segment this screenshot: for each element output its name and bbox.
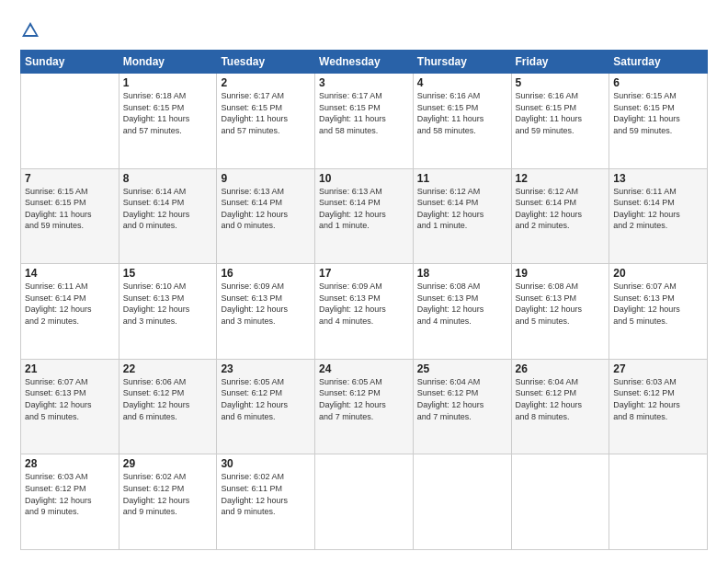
calendar-cell: 26Sunrise: 6:04 AMSunset: 6:12 PMDayligh… — [511, 359, 609, 454]
day-number: 23 — [221, 362, 311, 375]
day-number: 28 — [25, 457, 115, 470]
day-info: Sunrise: 6:08 AMSunset: 6:13 PMDaylight:… — [417, 281, 507, 327]
day-number: 25 — [417, 362, 507, 375]
calendar-cell: 21Sunrise: 6:07 AMSunset: 6:13 PMDayligh… — [21, 359, 119, 454]
calendar-cell: 17Sunrise: 6:09 AMSunset: 6:13 PMDayligh… — [315, 264, 414, 360]
day-number: 9 — [221, 172, 311, 185]
day-info: Sunrise: 6:07 AMSunset: 6:13 PMDaylight:… — [613, 281, 703, 327]
day-number: 29 — [123, 457, 213, 470]
day-number: 27 — [613, 362, 703, 375]
day-number: 5 — [516, 76, 606, 89]
day-number: 8 — [123, 172, 213, 185]
calendar-cell — [21, 74, 119, 169]
page: SundayMondayTuesdayWednesdayThursdayFrid… — [0, 0, 728, 563]
day-info: Sunrise: 6:13 AMSunset: 6:14 PMDaylight:… — [221, 186, 311, 232]
day-number: 11 — [417, 172, 507, 185]
calendar-cell: 18Sunrise: 6:08 AMSunset: 6:13 PMDayligh… — [413, 264, 511, 360]
day-info: Sunrise: 6:04 AMSunset: 6:12 PMDaylight:… — [516, 376, 606, 422]
day-number: 12 — [516, 172, 606, 185]
calendar-cell — [511, 454, 609, 550]
day-info: Sunrise: 6:02 AMSunset: 6:11 PMDaylight:… — [221, 471, 311, 517]
calendar-cell: 4Sunrise: 6:16 AMSunset: 6:15 PMDaylight… — [413, 74, 511, 169]
calendar-cell: 3Sunrise: 6:17 AMSunset: 6:15 PMDaylight… — [315, 74, 414, 169]
calendar-week-4: 28Sunrise: 6:03 AMSunset: 6:12 PMDayligh… — [21, 454, 708, 550]
day-info: Sunrise: 6:05 AMSunset: 6:12 PMDaylight:… — [221, 376, 311, 422]
calendar-cell: 25Sunrise: 6:04 AMSunset: 6:12 PMDayligh… — [413, 359, 511, 454]
day-number: 22 — [123, 362, 213, 375]
calendar-week-0: 1Sunrise: 6:18 AMSunset: 6:15 PMDaylight… — [21, 74, 708, 169]
day-info: Sunrise: 6:03 AMSunset: 6:12 PMDaylight:… — [25, 471, 115, 517]
day-info: Sunrise: 6:10 AMSunset: 6:13 PMDaylight:… — [123, 281, 213, 327]
day-info: Sunrise: 6:11 AMSunset: 6:14 PMDaylight:… — [25, 281, 115, 327]
day-number: 15 — [123, 267, 213, 280]
calendar: SundayMondayTuesdayWednesdayThursdayFrid… — [20, 50, 708, 550]
day-info: Sunrise: 6:09 AMSunset: 6:13 PMDaylight:… — [319, 281, 409, 327]
calendar-header-tuesday: Tuesday — [217, 51, 315, 74]
day-number: 3 — [319, 76, 409, 89]
calendar-header-thursday: Thursday — [413, 51, 511, 74]
day-info: Sunrise: 6:09 AMSunset: 6:13 PMDaylight:… — [221, 281, 311, 327]
calendar-header-sunday: Sunday — [21, 51, 119, 74]
day-number: 18 — [417, 267, 507, 280]
day-number: 24 — [319, 362, 409, 375]
day-info: Sunrise: 6:04 AMSunset: 6:12 PMDaylight:… — [417, 376, 507, 422]
calendar-week-2: 14Sunrise: 6:11 AMSunset: 6:14 PMDayligh… — [21, 264, 708, 360]
day-info: Sunrise: 6:18 AMSunset: 6:15 PMDaylight:… — [123, 90, 213, 136]
calendar-cell: 22Sunrise: 6:06 AMSunset: 6:12 PMDayligh… — [119, 359, 217, 454]
day-info: Sunrise: 6:17 AMSunset: 6:15 PMDaylight:… — [221, 90, 311, 136]
calendar-cell: 13Sunrise: 6:11 AMSunset: 6:14 PMDayligh… — [609, 168, 708, 264]
calendar-cell: 23Sunrise: 6:05 AMSunset: 6:12 PMDayligh… — [217, 359, 315, 454]
calendar-cell — [413, 454, 511, 550]
calendar-cell: 10Sunrise: 6:13 AMSunset: 6:14 PMDayligh… — [315, 168, 414, 264]
calendar-cell: 8Sunrise: 6:14 AMSunset: 6:14 PMDaylight… — [119, 168, 217, 264]
day-info: Sunrise: 6:17 AMSunset: 6:15 PMDaylight:… — [319, 90, 409, 136]
calendar-header-wednesday: Wednesday — [315, 51, 414, 74]
day-info: Sunrise: 6:12 AMSunset: 6:14 PMDaylight:… — [417, 186, 507, 232]
calendar-cell: 15Sunrise: 6:10 AMSunset: 6:13 PMDayligh… — [119, 264, 217, 360]
calendar-header-monday: Monday — [119, 51, 217, 74]
day-number: 21 — [25, 362, 115, 375]
day-number: 4 — [417, 76, 507, 89]
header — [20, 17, 708, 40]
day-number: 17 — [319, 267, 409, 280]
calendar-cell — [315, 454, 414, 550]
calendar-cell: 29Sunrise: 6:02 AMSunset: 6:12 PMDayligh… — [119, 454, 217, 550]
day-info: Sunrise: 6:02 AMSunset: 6:12 PMDaylight:… — [123, 471, 213, 517]
calendar-header-saturday: Saturday — [609, 51, 708, 74]
day-number: 1 — [123, 76, 213, 89]
day-info: Sunrise: 6:07 AMSunset: 6:13 PMDaylight:… — [25, 376, 115, 422]
calendar-cell: 14Sunrise: 6:11 AMSunset: 6:14 PMDayligh… — [21, 264, 119, 360]
day-info: Sunrise: 6:08 AMSunset: 6:13 PMDaylight:… — [516, 281, 606, 327]
calendar-cell: 27Sunrise: 6:03 AMSunset: 6:12 PMDayligh… — [609, 359, 708, 454]
day-number: 6 — [613, 76, 703, 89]
calendar-cell: 6Sunrise: 6:15 AMSunset: 6:15 PMDaylight… — [609, 74, 708, 169]
calendar-cell — [609, 454, 708, 550]
day-number: 26 — [516, 362, 606, 375]
calendar-week-1: 7Sunrise: 6:15 AMSunset: 6:15 PMDaylight… — [21, 168, 708, 264]
calendar-week-3: 21Sunrise: 6:07 AMSunset: 6:13 PMDayligh… — [21, 359, 708, 454]
day-number: 7 — [25, 172, 115, 185]
calendar-cell: 11Sunrise: 6:12 AMSunset: 6:14 PMDayligh… — [413, 168, 511, 264]
day-number: 20 — [613, 267, 703, 280]
logo-icon — [20, 20, 40, 40]
calendar-cell: 19Sunrise: 6:08 AMSunset: 6:13 PMDayligh… — [511, 264, 609, 360]
day-info: Sunrise: 6:12 AMSunset: 6:14 PMDaylight:… — [516, 186, 606, 232]
day-info: Sunrise: 6:06 AMSunset: 6:12 PMDaylight:… — [123, 376, 213, 422]
day-info: Sunrise: 6:03 AMSunset: 6:12 PMDaylight:… — [613, 376, 703, 422]
logo — [20, 20, 43, 40]
calendar-cell: 2Sunrise: 6:17 AMSunset: 6:15 PMDaylight… — [217, 74, 315, 169]
day-info: Sunrise: 6:11 AMSunset: 6:14 PMDaylight:… — [613, 186, 703, 232]
calendar-cell: 28Sunrise: 6:03 AMSunset: 6:12 PMDayligh… — [21, 454, 119, 550]
day-number: 30 — [221, 457, 311, 470]
calendar-cell: 9Sunrise: 6:13 AMSunset: 6:14 PMDaylight… — [217, 168, 315, 264]
day-number: 10 — [319, 172, 409, 185]
day-info: Sunrise: 6:16 AMSunset: 6:15 PMDaylight:… — [516, 90, 606, 136]
day-info: Sunrise: 6:05 AMSunset: 6:12 PMDaylight:… — [319, 376, 409, 422]
calendar-cell: 24Sunrise: 6:05 AMSunset: 6:12 PMDayligh… — [315, 359, 414, 454]
day-info: Sunrise: 6:16 AMSunset: 6:15 PMDaylight:… — [417, 90, 507, 136]
calendar-cell: 20Sunrise: 6:07 AMSunset: 6:13 PMDayligh… — [609, 264, 708, 360]
day-info: Sunrise: 6:14 AMSunset: 6:14 PMDaylight:… — [123, 186, 213, 232]
calendar-cell: 16Sunrise: 6:09 AMSunset: 6:13 PMDayligh… — [217, 264, 315, 360]
day-number: 14 — [25, 267, 115, 280]
day-number: 16 — [221, 267, 311, 280]
